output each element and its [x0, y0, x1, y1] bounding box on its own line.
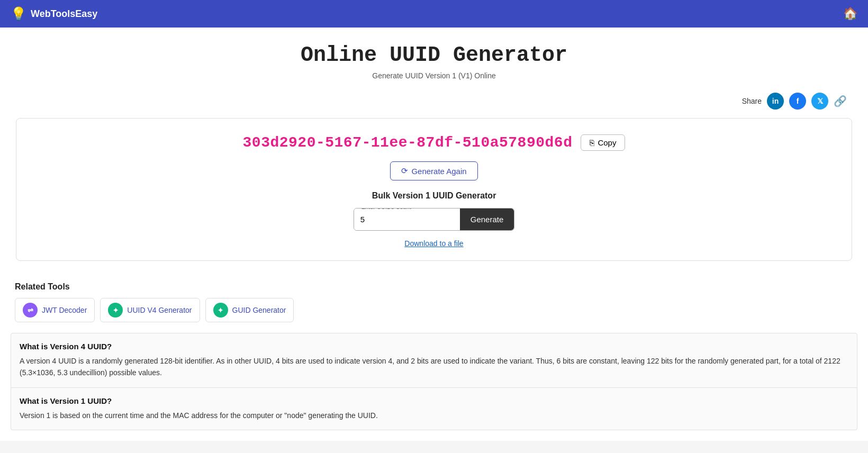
faq-answer-2: Version 1 is based on the current time a… — [11, 410, 857, 430]
guid-label: GUID Generator — [232, 306, 286, 314]
download-link[interactable]: Download to a file — [27, 239, 841, 248]
share-label: Share — [742, 97, 762, 105]
bulb-icon: 💡 — [11, 6, 26, 21]
uuid-value: 303d2920-5167-11ee-87df-510a57890d6d — [243, 134, 573, 151]
main-content: Online UUID Generator Generate UUID Vers… — [0, 28, 868, 441]
faq-item-1: What is Version 4 UUID? A version 4 UUID… — [11, 333, 857, 388]
uuid-v4-label: UUID V4 Generator — [127, 306, 192, 314]
related-tool-guid[interactable]: ✦ GUID Generator — [205, 298, 294, 322]
twitter-share-button[interactable]: 𝕏 — [811, 93, 828, 110]
header: 💡 WebToolsEasy 🏠 — [0, 0, 868, 28]
faq-item-2: What is Version 1 UUID? Version 1 is bas… — [11, 388, 857, 430]
copy-label: Copy — [598, 138, 616, 147]
uuid-card: 303d2920-5167-11ee-87df-510a57890d6d ⎘ C… — [16, 118, 852, 261]
related-tools-list: ⇌ JWT Decoder ✦ UUID V4 Generator ✦ GUID… — [15, 298, 853, 322]
uuid-v4-icon: ✦ — [108, 303, 123, 318]
facebook-share-button[interactable]: f — [789, 93, 806, 110]
uuid-display-row: 303d2920-5167-11ee-87df-510a57890d6d ⎘ C… — [27, 134, 841, 151]
bulk-input-row: Enter UUIDs Count Generate — [27, 208, 841, 231]
copy-icon: ⎘ — [590, 138, 594, 147]
copy-button[interactable]: ⎘ Copy — [581, 134, 625, 151]
related-tools-title: Related Tools — [15, 282, 853, 292]
share-bar: Share in f 𝕏 🔗 — [11, 93, 857, 110]
jwt-icon: ⇌ — [23, 303, 38, 318]
jwt-label: JWT Decoder — [42, 306, 87, 314]
bulk-input-wrapper: Enter UUIDs Count Generate — [354, 208, 515, 231]
logo[interactable]: 💡 WebToolsEasy — [11, 6, 97, 21]
related-section: Related Tools ⇌ JWT Decoder ✦ UUID V4 Ge… — [11, 274, 857, 327]
generate-again-label: Generate Again — [411, 167, 466, 176]
refresh-icon: ⟳ — [401, 166, 408, 176]
faq-question-2: What is Version 1 UUID? — [11, 388, 857, 410]
bulk-count-input[interactable] — [354, 209, 460, 230]
bulk-generate-button[interactable]: Generate — [460, 209, 514, 230]
related-tool-jwt[interactable]: ⇌ JWT Decoder — [15, 298, 95, 322]
home-icon[interactable]: 🏠 — [843, 7, 857, 21]
bulk-input-label: Enter UUIDs Count — [359, 208, 413, 210]
guid-icon: ✦ — [213, 303, 228, 318]
page-title: Online UUID Generator — [11, 43, 857, 67]
faq-section: What is Version 4 UUID? A version 4 UUID… — [11, 333, 857, 430]
faq-question-1: What is Version 4 UUID? — [11, 333, 857, 355]
copy-link-button[interactable]: 🔗 — [834, 95, 847, 107]
bulk-title: Bulk Version 1 UUID Generator — [27, 191, 841, 201]
linkedin-share-button[interactable]: in — [767, 93, 784, 110]
generate-again-button[interactable]: ⟳ Generate Again — [390, 161, 477, 180]
related-tool-uuid-v4[interactable]: ✦ UUID V4 Generator — [100, 298, 200, 322]
faq-answer-1: A version 4 UUID is a randomly generated… — [11, 355, 857, 387]
page-subtitle: Generate UUID Version 1 (V1) Online — [11, 71, 857, 80]
logo-text: WebToolsEasy — [31, 8, 97, 20]
